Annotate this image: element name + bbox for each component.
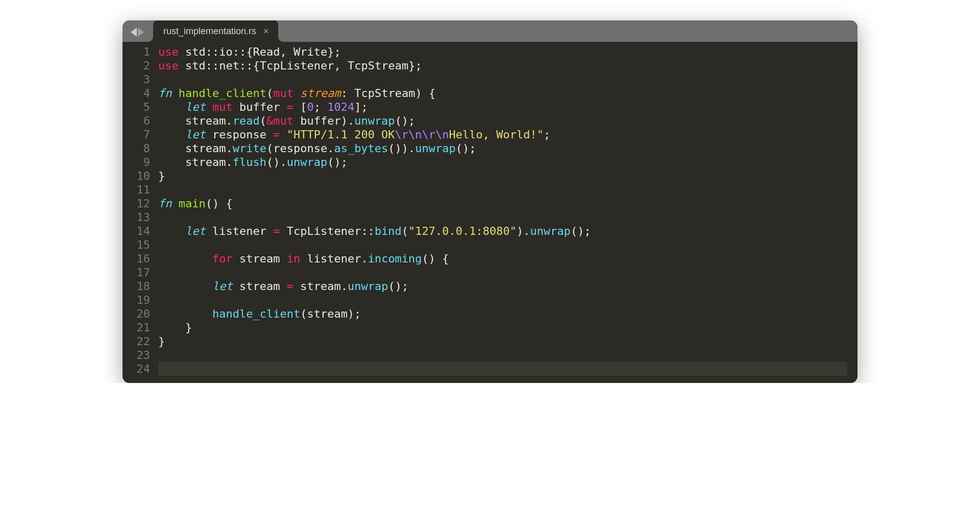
token-kw: in <box>287 252 301 265</box>
token-pn: } <box>158 321 192 334</box>
token-pn: ; <box>544 128 550 141</box>
code-line[interactable] <box>158 73 847 86</box>
line-number: 9 <box>133 155 150 169</box>
token-pn: net <box>219 59 239 72</box>
code-line[interactable]: stream.write(response.as_bytes()).unwrap… <box>158 141 847 155</box>
line-number: 11 <box>133 183 150 197</box>
file-tab[interactable]: rust_implementation.rs × <box>153 20 278 42</box>
token-pn <box>293 87 300 100</box>
code-line[interactable]: use std::io::{Read, Write}; <box>158 45 847 59</box>
token-pn: } <box>158 335 165 348</box>
token-pn: TcpListener:: <box>280 225 374 237</box>
token-kw: mut <box>273 87 293 100</box>
line-number: 2 <box>133 59 150 73</box>
code-line[interactable]: stream.flush().unwrap(); <box>158 155 847 169</box>
token-pn: Read <box>253 45 280 58</box>
code-line[interactable]: for stream in listener.incoming() { <box>158 252 847 266</box>
code-line[interactable] <box>158 238 847 252</box>
code-line[interactable]: } <box>158 334 847 348</box>
token-ty: write <box>233 142 266 155</box>
line-number: 4 <box>133 86 150 100</box>
token-pn: ; <box>314 101 328 113</box>
token-pn: }; <box>408 59 422 72</box>
code-line[interactable]: handle_client(stream); <box>158 307 847 321</box>
token-pn: (); <box>327 156 348 169</box>
token-kw: use <box>158 59 179 72</box>
close-icon[interactable]: × <box>263 27 269 36</box>
token-pn <box>172 87 179 100</box>
token-fnname: handle_client <box>179 87 266 100</box>
code-line[interactable]: let stream = stream.unwrap(); <box>158 279 847 293</box>
token-ty: incoming <box>368 252 422 265</box>
code-area[interactable]: use std::io::{Read, Write};use std::net:… <box>158 45 857 376</box>
code-line[interactable]: fn handle_client(mut stream: TcpStream) … <box>158 86 847 100</box>
token-pn <box>158 280 212 293</box>
token-pn: buffer <box>233 101 287 113</box>
token-pn: ) { <box>415 87 435 100</box>
token-ty: unwrap <box>530 225 571 237</box>
token-pn: { <box>253 59 259 72</box>
code-line[interactable] <box>158 183 847 197</box>
code-line[interactable]: let mut buffer = [0; 1024]; <box>158 100 847 114</box>
token-pn: ( <box>266 87 273 100</box>
token-kw: use <box>158 45 179 58</box>
token-pn: }; <box>327 45 341 58</box>
token-pn: io <box>219 45 233 58</box>
token-pn: ()). <box>388 142 415 155</box>
code-line[interactable] <box>158 266 847 279</box>
title-bar: rust_implementation.rs × <box>122 20 857 42</box>
token-kw: &mut <box>266 114 293 127</box>
token-let: let <box>185 128 206 141</box>
token-num: 0 <box>307 101 313 113</box>
prev-tab-icon[interactable] <box>131 28 137 37</box>
token-kw: = <box>287 280 293 293</box>
token-pn: stream. <box>293 280 348 293</box>
line-number: 23 <box>133 348 150 362</box>
line-number: 15 <box>133 238 150 252</box>
token-num: 1024 <box>327 101 354 113</box>
code-line[interactable]: use std::net::{TcpListener, TcpStream}; <box>158 59 847 73</box>
code-line[interactable] <box>158 362 847 376</box>
line-number: 12 <box>133 197 150 210</box>
line-number: 8 <box>133 141 150 155</box>
token-pn: Write <box>293 45 327 58</box>
token-pn: } <box>158 170 165 182</box>
token-pn: buffer). <box>293 114 354 127</box>
code-line[interactable]: stream.read(&mut buffer).unwrap(); <box>158 114 847 128</box>
token-pn: std <box>179 45 206 58</box>
token-pn <box>158 307 212 320</box>
line-number: 13 <box>133 210 150 224</box>
token-ty: unwrap <box>348 280 388 293</box>
token-pn <box>280 128 286 141</box>
next-tab-icon[interactable] <box>138 28 144 37</box>
code-line[interactable] <box>158 210 847 224</box>
token-let: let <box>212 280 233 293</box>
line-number: 19 <box>133 293 150 307</box>
token-esc: \r\n\r\n <box>395 128 449 141</box>
code-line[interactable] <box>158 293 847 307</box>
token-kw: = <box>287 101 293 113</box>
code-editor[interactable]: 123456789101112131415161718192021222324 … <box>122 42 857 383</box>
token-ty: unwrap <box>415 142 455 155</box>
line-number: 18 <box>133 279 150 293</box>
token-pn: , <box>280 45 293 58</box>
editor-window: rust_implementation.rs × 123456789101112… <box>122 20 857 383</box>
line-number: 7 <box>133 128 150 141</box>
token-kw: for <box>212 252 233 265</box>
token-ty: flush <box>233 156 266 169</box>
code-line[interactable]: let listener = TcpListener::bind("127.0.… <box>158 224 847 238</box>
file-tab-title: rust_implementation.rs <box>163 27 256 36</box>
token-pn: ]; <box>354 101 368 113</box>
code-line[interactable] <box>158 348 847 362</box>
token-ty: as_bytes <box>334 142 388 155</box>
code-line[interactable]: } <box>158 169 847 183</box>
code-line[interactable]: let response = "HTTP/1.1 200 OK\r\n\r\nH… <box>158 128 847 141</box>
token-pn: TcpListener <box>260 59 334 72</box>
token-pn: (); <box>388 280 408 293</box>
token-pn: stream. <box>158 114 233 127</box>
line-number: 6 <box>133 114 150 128</box>
line-number: 22 <box>133 334 150 348</box>
code-line[interactable]: } <box>158 321 847 334</box>
code-line[interactable]: fn main() { <box>158 197 847 210</box>
token-pn: std <box>179 59 206 72</box>
